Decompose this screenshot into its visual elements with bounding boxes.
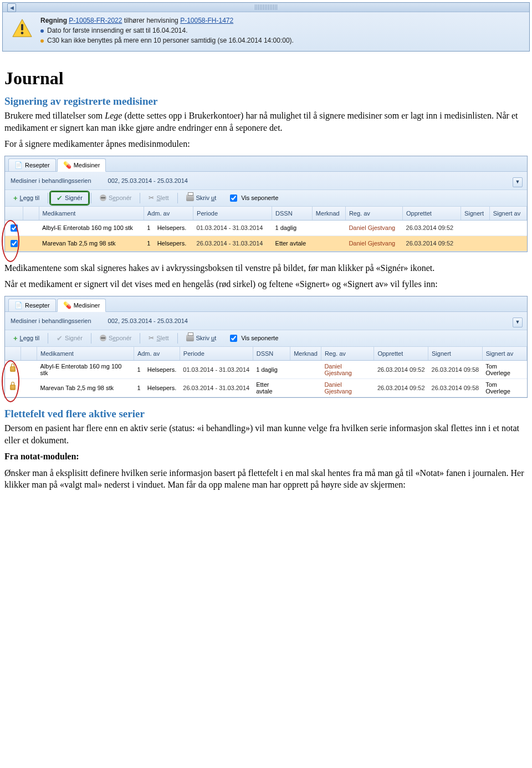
row-checkbox[interactable]	[11, 240, 18, 247]
resepter-icon: 📄	[14, 301, 23, 309]
svg-point-2	[21, 32, 24, 34]
para-2: For å signere medikamenter åpnes medisin…	[4, 138, 528, 150]
bullet-orange-icon	[40, 39, 44, 43]
tab-resepter[interactable]: 📄Resepter	[8, 158, 56, 171]
seponer-icon	[100, 194, 106, 201]
regning-label: Regning	[40, 17, 67, 24]
medisin-table: Medikament Adm. av Periode DSSN Merknad …	[5, 207, 527, 252]
table-row[interactable]: Albyl-E Enterotab 160 mg 100 stk 1 Helse…	[5, 360, 527, 378]
warning-icon	[12, 18, 33, 40]
para-4: Når et medikament er signert vil det vis…	[4, 278, 528, 290]
lock-icon	[10, 366, 16, 372]
toolbar: +Legg til ✔Signér Seponér ✂Slett Skriv u…	[5, 190, 527, 207]
bullet-blue-icon	[40, 29, 44, 33]
resepter-icon: 📄	[14, 161, 23, 169]
slett-button[interactable]: ✂Slett	[142, 192, 175, 204]
medisin-module-after: 📄Resepter 💊Medisiner Medisiner i behandl…	[4, 296, 528, 398]
seponer-button[interactable]: Seponér	[94, 192, 138, 203]
para-6: Fra notat-modulen:	[4, 450, 528, 463]
signer-button[interactable]: ✔Signér	[50, 192, 89, 204]
print-icon	[186, 335, 194, 341]
medisin-module-before: 📄Resepter 💊Medisiner Medisiner i behandl…	[4, 156, 528, 252]
notification-text: Regning P-10058-FR-2022 tilhører henvisn…	[40, 16, 294, 45]
tab-medisiner[interactable]: 💊Medisiner	[57, 158, 106, 172]
heading-journal: Journal	[4, 68, 532, 89]
lock-icon	[10, 385, 16, 390]
notification-titlebar: ◀	[3, 3, 529, 12]
series-info: Medisiner i behandlingsserien 002, 25.03…	[5, 172, 527, 190]
vis-seponerte-checkbox[interactable]: Vis seponerte	[228, 333, 278, 344]
legg-til-button[interactable]: +Legg til	[7, 332, 45, 345]
medisiner-icon: 💊	[63, 301, 71, 309]
chevron-down-icon[interactable]: ▼	[513, 177, 523, 187]
henvisning-link[interactable]: P-10058-FH-1472	[180, 17, 233, 24]
vis-seponerte-checkbox[interactable]: Vis seponerte	[228, 193, 278, 203]
tab-medisiner[interactable]: 💊Medisiner	[57, 299, 106, 312]
series-info: Medisiner i behandlingsserien 002, 25.03…	[5, 312, 527, 330]
scissors-icon: ✂	[149, 334, 154, 342]
svg-rect-1	[21, 24, 23, 30]
chevron-down-icon[interactable]: ▼	[513, 318, 523, 327]
check-icon: ✔	[57, 194, 63, 202]
signer-button[interactable]: ✔Signér	[50, 332, 89, 345]
skriv-ut-button[interactable]: Skriv ut	[180, 192, 223, 203]
back-arrow-icon[interactable]: ◀	[7, 3, 16, 12]
para-5: Dersom en pasient har flere enn en aktiv…	[4, 422, 528, 446]
grip-icon	[255, 4, 277, 10]
table-row[interactable]: Albyl-E Enterotab 160 mg 100 stk 1 Helse…	[5, 220, 527, 235]
slett-button[interactable]: ✂Slett	[142, 332, 175, 344]
print-icon	[186, 194, 194, 201]
seponer-button[interactable]: Seponér	[94, 332, 138, 344]
notification-panel: ◀ Regning P-10058-FR-2022 tilhører henvi…	[2, 2, 530, 52]
heading-flettefelt: Flettefelt ved flere aktive serier	[4, 408, 532, 420]
row-checkbox[interactable]	[11, 224, 18, 232]
skriv-ut-button[interactable]: Skriv ut	[180, 332, 223, 344]
table-row[interactable]: Marevan Tab 2,5 mg 98 stk 1 Helsepers. 2…	[5, 378, 527, 397]
check-icon: ✔	[57, 334, 63, 342]
toolbar: +Legg til ✔Signér Seponér ✂Slett Skriv u…	[5, 330, 527, 347]
medisin-table-signed: Medikament Adm. av Periode DSSN Merknad …	[5, 347, 527, 397]
heading-signering: Signering av registrerte medisiner	[4, 95, 532, 107]
scissors-icon: ✂	[149, 194, 154, 202]
para-3: Medikamentene som skal signeres hakes av…	[4, 262, 528, 274]
plus-icon: +	[13, 194, 18, 202]
para-7: Ønsker man å eksplisitt definere hvilken…	[4, 467, 528, 491]
para-1: Brukere med tillatelser som Lege (dette …	[4, 110, 528, 134]
tab-resepter[interactable]: 📄Resepter	[8, 299, 56, 311]
plus-icon: +	[13, 334, 18, 342]
medisiner-icon: 💊	[63, 161, 71, 169]
seponer-icon	[100, 335, 106, 341]
table-row[interactable]: Marevan Tab 2,5 mg 98 stk 1 Helsepers. 2…	[5, 235, 527, 251]
regning-link[interactable]: P-10058-FR-2022	[69, 17, 122, 24]
legg-til-button[interactable]: +Legg til	[7, 192, 45, 204]
